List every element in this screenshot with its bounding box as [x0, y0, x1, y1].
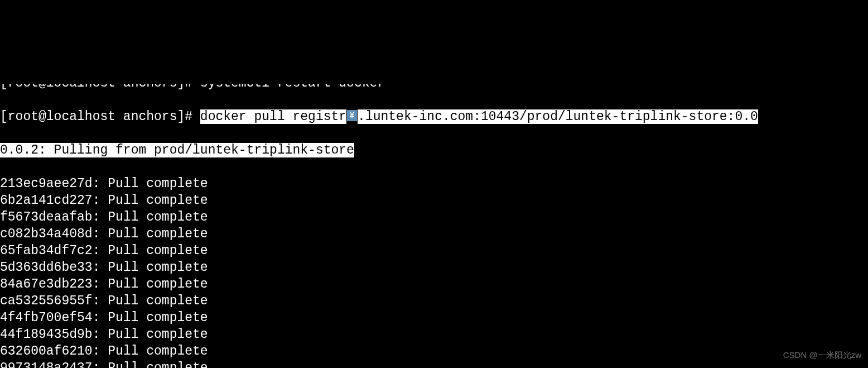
yuan-watermark-icon: ¥ [347, 110, 357, 121]
layer-line: 65fab34df7c2: Pull complete [0, 242, 868, 259]
shell-prompt: [root@localhost anchors]# [0, 109, 200, 124]
layer-line: 213ec9aee27d: Pull complete [0, 175, 868, 192]
layer-line: 44f189435d9b: Pull complete [0, 326, 868, 343]
layer-line: 84a67e3db223: Pull complete [0, 276, 868, 293]
layer-line: 5d363dd6be33: Pull complete [0, 259, 868, 276]
selected-command-part1: docker pull registr [200, 109, 346, 124]
layer-line: 632600af6210: Pull complete [0, 343, 868, 360]
csdn-watermark: CSDN @一米阳光zw [783, 347, 861, 364]
layer-line: ca532556955f: Pull complete [0, 293, 868, 309]
layer-line: 6b2a141cd227: Pull complete [0, 192, 868, 209]
layer-line: c082b34a408d: Pull complete [0, 226, 868, 242]
selected-command-part2: .luntek-inc.com:10443/prod/luntek-tripli… [358, 109, 758, 124]
layer-line: f5673deaafab: Pull complete [0, 209, 868, 226]
layer-line: 9973148a2437: Pull complete [0, 360, 868, 368]
partial-prev-line: [root@localhost anchors]# systemctl rest… [0, 84, 868, 92]
terminal-output[interactable]: [root@localhost anchors]# systemctl rest… [0, 67, 868, 368]
pull-header-line: 0.0.2: Pulling from prod/luntek-triplink… [0, 142, 868, 159]
layer-line: 4f4fb700ef54: Pull complete [0, 309, 868, 326]
command-line: [root@localhost anchors]# docker pull re… [0, 108, 868, 125]
